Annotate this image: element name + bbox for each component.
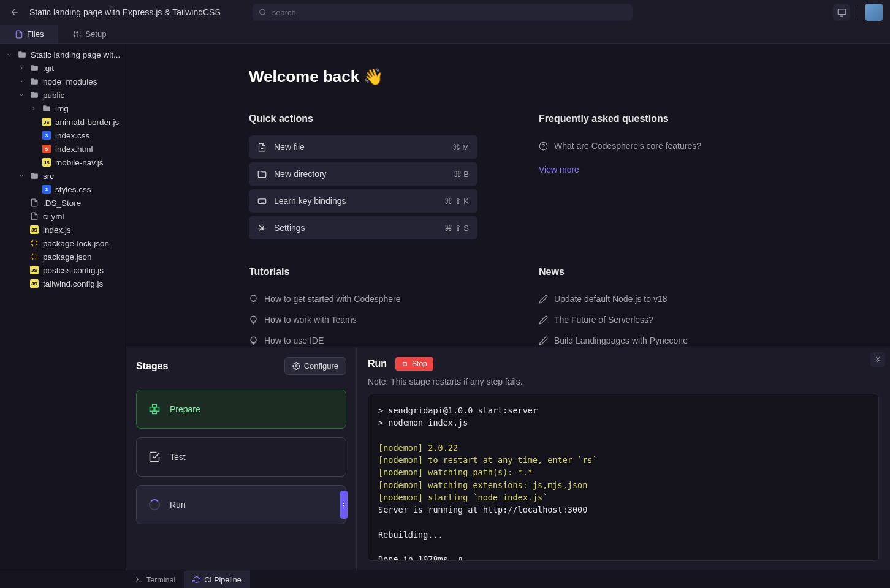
tree-package-lock[interactable]: package-lock.json <box>0 236 126 250</box>
news-item[interactable]: Build Landingpages with Pynecone <box>539 330 767 347</box>
tab-files[interactable]: Files <box>0 24 58 43</box>
folder-icon <box>29 171 39 181</box>
tree-node-modules[interactable]: node_modules <box>0 75 126 88</box>
tree-index-js[interactable]: JS index.js <box>0 223 126 236</box>
terminal-icon <box>135 576 143 584</box>
tutorial-label: How to work with Teams <box>264 315 357 325</box>
tree-src[interactable]: src <box>0 169 126 183</box>
tree-label: tailwind.config.js <box>43 279 103 288</box>
run-note: Note: This stage restarts if any step fa… <box>368 377 879 386</box>
gear-icon <box>257 224 267 233</box>
gear-icon <box>292 362 300 370</box>
spinner-icon <box>148 498 161 511</box>
back-button[interactable] <box>7 5 22 20</box>
tree-index-css[interactable]: 3 index.css <box>0 129 126 142</box>
svg-rect-19 <box>403 362 407 366</box>
sliders-icon <box>73 30 82 39</box>
svg-rect-15 <box>150 407 154 412</box>
file-tree: Static landing page wit... .git node_mod… <box>0 44 126 571</box>
qa-label: Learn key bindings <box>274 196 346 206</box>
tree-label: mobile-nav.js <box>55 158 104 167</box>
tree-tailwind[interactable]: JS tailwind.config.js <box>0 277 126 290</box>
news-item[interactable]: Update default Node.js to v18 <box>539 288 767 309</box>
configure-label: Configure <box>304 361 338 371</box>
stop-label: Stop <box>412 360 427 368</box>
tree-animatd-border[interactable]: JS animatd-border.js <box>0 115 126 129</box>
faq-item[interactable]: What are Codesphere's core features? <box>539 135 767 156</box>
tree-ci-yml[interactable]: ci.yml <box>0 209 126 223</box>
news-label: Update default Node.js to v18 <box>554 294 667 304</box>
stages-title: Stages <box>136 361 168 372</box>
tab-setup-label: Setup <box>85 29 106 39</box>
stage-run[interactable]: Run <box>136 485 346 524</box>
tree-label: Static landing page wit... <box>31 50 120 59</box>
tutorial-item[interactable]: How to use IDE <box>249 330 477 347</box>
tree-postcss[interactable]: JS postcss.config.js <box>0 263 126 277</box>
qa-settings[interactable]: Settings ⌘ ⇧ S <box>249 216 477 239</box>
css-icon: 3 <box>42 184 51 194</box>
tutorial-item[interactable]: How to get started with Codesphere <box>249 288 477 309</box>
svg-point-0 <box>259 9 265 15</box>
stop-button[interactable]: Stop <box>395 357 433 371</box>
js-icon: JS <box>42 157 51 167</box>
tree-package-json[interactable]: package.json <box>0 250 126 263</box>
chevron-down-icon <box>5 50 13 59</box>
package-icon <box>148 402 161 416</box>
qa-new-file[interactable]: New file ⌘ M <box>249 135 477 159</box>
tab-files-label: Files <box>27 29 44 39</box>
tutorials-title: Tutorials <box>249 266 477 277</box>
tree-ds-store[interactable]: .DS_Store <box>0 196 126 209</box>
tree-label: .DS_Store <box>43 198 81 208</box>
tree-label: public <box>43 91 64 100</box>
tree-git[interactable]: .git <box>0 61 126 75</box>
news-item[interactable]: The Future of Serverless? <box>539 309 767 330</box>
view-more-link[interactable]: View more <box>539 165 767 175</box>
folder-icon <box>29 63 39 73</box>
qa-shortcut: ⌘ ⇧ S <box>444 224 469 233</box>
css-icon: 3 <box>42 130 51 140</box>
terminal-output[interactable]: > sendgridapi@1.0.0 start:server > nodem… <box>368 394 879 561</box>
refresh-icon <box>192 576 200 584</box>
preview-button[interactable] <box>833 4 850 21</box>
configure-button[interactable]: Configure <box>284 357 346 375</box>
footer-tab-ci[interactable]: CI Pipeline <box>184 571 249 588</box>
tree-styles-css[interactable]: 3 styles.css <box>0 183 126 196</box>
folder-icon <box>17 50 27 59</box>
tree-mobile-nav[interactable]: JS mobile-nav.js <box>0 156 126 169</box>
tree-index-html[interactable]: 5 index.html <box>0 142 126 156</box>
qa-label: New file <box>274 142 305 152</box>
news-title: News <box>539 266 767 277</box>
test-icon <box>148 450 161 464</box>
news-label: The Future of Serverless? <box>554 315 653 325</box>
tree-public[interactable]: public <box>0 88 126 102</box>
tree-label: package.json <box>43 252 92 262</box>
folder-icon <box>29 77 39 86</box>
search-input[interactable] <box>253 4 633 21</box>
divider <box>858 6 858 18</box>
tutorial-item[interactable]: How to work with Teams <box>249 309 477 330</box>
chevron-down-icon <box>17 91 26 99</box>
stage-expand-handle[interactable] <box>340 491 348 519</box>
avatar[interactable] <box>865 4 883 21</box>
folder-plus-icon <box>257 170 267 179</box>
tree-label: postcss.config.js <box>43 266 104 275</box>
svg-point-14 <box>295 365 297 367</box>
tab-setup[interactable]: Setup <box>58 24 121 43</box>
qa-new-dir[interactable]: New directory ⌘ B <box>249 162 477 186</box>
svg-rect-11 <box>258 198 266 203</box>
stage-test[interactable]: Test <box>136 437 346 477</box>
stage-prepare[interactable]: Prepare <box>136 390 346 429</box>
svg-rect-18 <box>153 411 157 413</box>
collapse-panel-button[interactable] <box>870 352 885 367</box>
qa-label: New directory <box>274 169 327 179</box>
footer-tab-label: Terminal <box>146 576 175 584</box>
tree-img[interactable]: img <box>0 102 126 115</box>
lightbulb-icon <box>249 295 258 304</box>
qa-key-bindings[interactable]: Learn key bindings ⌘ ⇧ K <box>249 189 477 213</box>
tree-root[interactable]: Static landing page wit... <box>0 48 126 61</box>
footer-tab-terminal[interactable]: Terminal <box>126 571 184 588</box>
qa-shortcut: ⌘ ⇧ K <box>444 197 469 206</box>
quick-actions-title: Quick actions <box>249 113 477 124</box>
stage-label: Test <box>170 452 186 462</box>
file-icon <box>29 211 39 221</box>
